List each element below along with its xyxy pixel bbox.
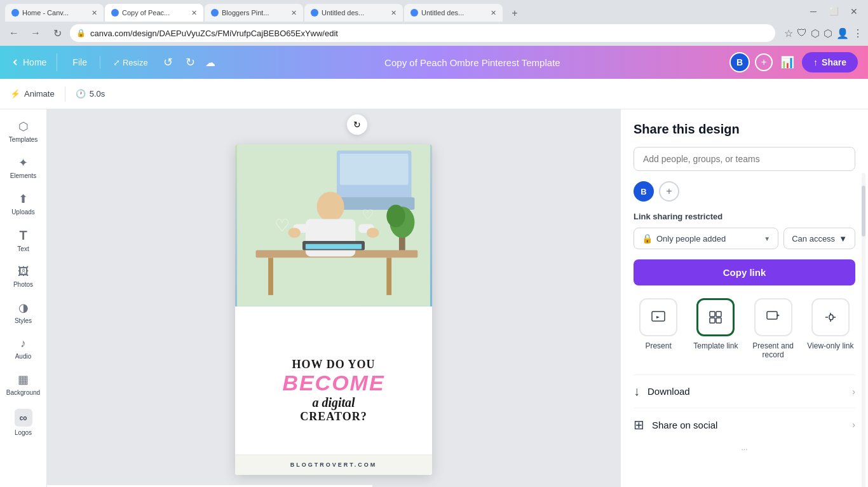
refresh-button[interactable]: ↻ (48, 24, 66, 42)
present-icon-box (639, 298, 677, 336)
link-sharing-label: Link sharing restricted (634, 212, 855, 221)
canvas-text-creator: CREATOR? (300, 410, 367, 423)
save-indicator: ☁ (205, 57, 215, 69)
scroll-indicator: ... (634, 441, 855, 454)
canvas-image-top: ♡ ♡ (235, 144, 432, 306)
sidebar-item-text[interactable]: T Text (3, 223, 44, 257)
new-tab-button[interactable]: + (506, 5, 523, 22)
canvas-footer-text: BLOGTROVERT.COM (290, 462, 377, 468)
left-sidebar: ⬡ Templates ✦ Elements ⬆ Uploads T Text … (0, 109, 47, 487)
lock-icon: 🔒 (642, 233, 653, 244)
sidebar-item-uploads[interactable]: ⬆ Uploads (3, 187, 44, 221)
share-option-view-only[interactable]: View-only link (806, 298, 855, 359)
main-layout: ⬡ Templates ✦ Elements ⬆ Uploads T Text … (0, 109, 868, 487)
sidebar-item-photos[interactable]: 🖼 Photos (3, 260, 44, 293)
bookmark-icon[interactable]: ☆ (784, 27, 793, 39)
add-collaborator-button[interactable]: + (755, 53, 773, 71)
present-label: Present (645, 341, 671, 350)
svg-rect-20 (652, 312, 665, 321)
tab-3-close[interactable]: ✕ (291, 9, 297, 17)
template-link-icon-box (696, 298, 735, 336)
background-icon: ▦ (18, 373, 29, 387)
svg-rect-2 (340, 154, 409, 185)
sidebar-item-audio[interactable]: ♪ Audio (3, 332, 44, 365)
tab-1[interactable]: Home - Canv... ✕ (5, 4, 104, 22)
sidebar-item-styles[interactable]: ◑ Styles (3, 296, 44, 329)
svg-rect-24 (716, 318, 721, 323)
animate-button[interactable]: ⚡ Animate (10, 89, 55, 99)
undo-button[interactable]: ↺ (161, 53, 175, 72)
minimize-button[interactable]: ─ (804, 4, 822, 19)
profile-icon[interactable]: 👤 (836, 27, 849, 39)
tab-3[interactable]: Bloggers Pint... ✕ (205, 4, 303, 22)
browser-window-controls: ─ ⬜ ✕ (804, 4, 863, 22)
share-options-grid: Present Template link Present and record… (634, 298, 855, 359)
tab-4-close[interactable]: ✕ (391, 9, 397, 17)
elements-label: Elements (10, 172, 37, 179)
share-option-template-link[interactable]: Template link (691, 298, 740, 359)
maximize-button[interactable]: ⬜ (825, 4, 843, 19)
analytics-button[interactable]: 📊 (778, 53, 797, 72)
share-social-action[interactable]: ⊞ Share on social › (634, 408, 855, 441)
extension-icon-2[interactable]: ⬡ (811, 27, 820, 39)
redo-button[interactable]: ↻ (183, 53, 198, 72)
share-button[interactable]: ↑ Share (802, 52, 858, 72)
forward-button[interactable]: → (27, 24, 44, 42)
view-only-icon-box (811, 298, 850, 336)
template-link-icon (708, 310, 723, 325)
svg-text:♡: ♡ (362, 207, 374, 223)
tab-2-close[interactable]: ✕ (191, 9, 197, 17)
people-input[interactable] (634, 147, 855, 171)
can-access-label: Can access (792, 234, 835, 244)
close-button[interactable]: ✕ (845, 4, 863, 19)
svg-rect-21 (710, 312, 715, 317)
svg-point-11 (288, 228, 301, 238)
tab-1-close[interactable]: ✕ (92, 9, 97, 17)
timer-value: 5.0s (90, 89, 105, 99)
back-button[interactable]: ← (5, 24, 23, 42)
svg-rect-8 (306, 219, 355, 257)
scrollbar-thumb[interactable] (862, 186, 865, 237)
file-button[interactable]: File (67, 55, 92, 70)
text-icon: T (19, 228, 27, 243)
chevron-left-icon (10, 57, 20, 67)
canvas-footer: BLOGTROVERT.COM (235, 455, 432, 475)
extension-icon-1[interactable]: 🛡 (797, 27, 807, 39)
access-dropdown[interactable]: Can access ▼ (783, 228, 855, 249)
secondary-toolbar: ⚡ Animate 🕐 5.0s (0, 79, 868, 109)
address-lock-icon: 🔒 (76, 29, 86, 38)
panel-scrollbar[interactable] (862, 173, 865, 487)
address-input[interactable] (70, 24, 775, 42)
canvas-content: ♡ ♡ HOW DO YOU BECOME a digital CREATOR?… (235, 144, 432, 475)
canvas-bg-image: ♡ ♡ (235, 144, 432, 306)
resize-button[interactable]: ⤢ Resize (108, 55, 153, 70)
tab-4[interactable]: Untitled des... ✕ (304, 4, 403, 22)
address-bar-wrapper[interactable]: 🔒 (70, 24, 775, 42)
add-person-button[interactable]: + (659, 181, 679, 202)
tab-5[interactable]: Untitled des... ✕ (404, 4, 503, 22)
sidebar-item-templates[interactable]: ⬡ Templates (3, 114, 44, 148)
sidebar-item-logos[interactable]: co Logos (3, 404, 44, 441)
tab-2[interactable]: Copy of Peac... ✕ (105, 4, 203, 22)
photos-icon: 🖼 (18, 265, 29, 278)
tab-3-title: Bloggers Pint... (222, 9, 288, 17)
people-added-dropdown[interactable]: 🔒 Only people added ▼ (634, 228, 778, 249)
copy-link-button[interactable]: Copy link (634, 259, 855, 285)
share-option-present[interactable]: Present (634, 298, 683, 359)
view-only-label: View-only link (807, 341, 853, 350)
styles-icon: ◑ (18, 301, 29, 315)
download-action[interactable]: ↓ Download › (634, 374, 855, 408)
canvas-text-area: HOW DO YOU BECOME a digital CREATOR? BLO… (235, 306, 432, 475)
canvas-text-become: BECOME (282, 371, 384, 395)
canvas-refresh-button[interactable]: ↻ (347, 114, 367, 135)
home-button[interactable]: Home (10, 57, 46, 67)
extension-icon-3[interactable]: ⬡ (824, 27, 832, 39)
toolbar-divider-2 (100, 56, 100, 69)
sidebar-item-elements[interactable]: ✦ Elements (3, 151, 44, 184)
tab-5-close[interactable]: ✕ (491, 9, 496, 17)
share-option-present-record[interactable]: Present and record (749, 298, 798, 359)
sidebar-item-background[interactable]: ▦ Background (3, 367, 44, 401)
chevron-down-icon-1: ▼ (764, 235, 770, 242)
menu-icon[interactable]: ⋮ (853, 27, 863, 39)
svg-rect-25 (767, 312, 777, 319)
